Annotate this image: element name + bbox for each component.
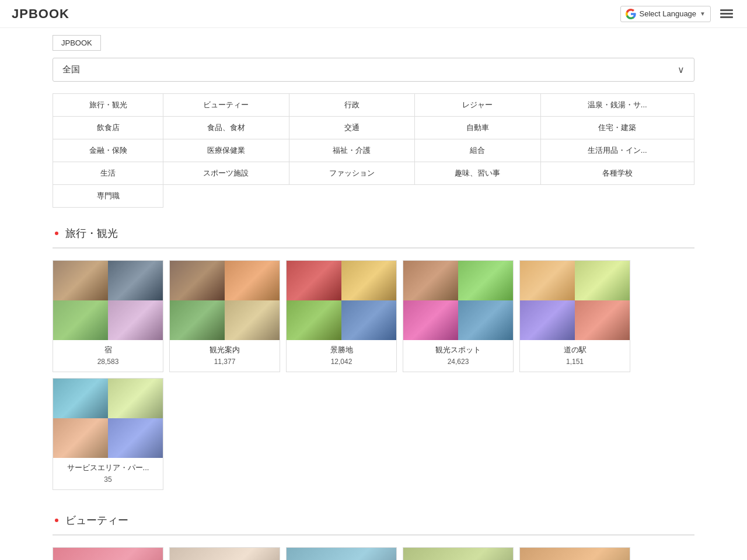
category-card[interactable]: 観光スポット24,623 — [403, 260, 514, 372]
card-thumbnail — [575, 261, 630, 300]
breadcrumb-home[interactable]: JPBOOK — [53, 35, 101, 51]
category-cell[interactable]: 生活 — [53, 162, 163, 185]
category-cell[interactable]: 旅行・観光 — [53, 94, 163, 117]
beauty-preview-card[interactable] — [403, 547, 514, 560]
card-info: 景勝地12,042 — [287, 340, 396, 372]
category-cell[interactable]: ファッション — [289, 162, 414, 185]
card-count: 1,151 — [526, 358, 624, 366]
category-cell[interactable]: ビューティー — [163, 94, 289, 117]
category-cell[interactable]: 専門職 — [53, 185, 163, 208]
card-name: 道の駅 — [526, 345, 624, 355]
list-bar-3 — [720, 16, 733, 18]
category-table: 旅行・観光ビューティー行政レジャー温泉・銭湯・サ...飲食店食品、食材交通自動車… — [53, 93, 694, 208]
beauty-preview-image — [403, 548, 513, 560]
card-name: 宿 — [59, 345, 157, 355]
category-cell[interactable]: 自動車 — [415, 117, 540, 139]
region-arrow: ∨ — [678, 64, 685, 75]
card-name: サービスエリア・パー... — [59, 463, 157, 473]
card-thumbnail — [520, 300, 575, 340]
card-image-grid — [287, 261, 396, 340]
category-cell[interactable]: スポーツ施設 — [163, 162, 289, 185]
language-selector[interactable]: Select Language ▼ — [620, 6, 711, 22]
list-view-icon[interactable] — [718, 7, 735, 20]
language-arrow: ▼ — [700, 10, 706, 17]
card-count: 24,623 — [409, 358, 507, 366]
card-name: 観光案内 — [176, 345, 274, 355]
card-thumbnail — [287, 261, 341, 300]
card-thumbnail — [458, 261, 513, 300]
card-thumbnail — [341, 300, 396, 340]
card-info: 観光スポット24,623 — [403, 340, 513, 372]
card-info: 道の駅1,151 — [520, 340, 630, 372]
category-card[interactable]: 景勝地12,042 — [286, 260, 397, 372]
card-image-grid — [170, 261, 280, 340]
category-cell[interactable]: 食品、食材 — [163, 117, 289, 139]
card-thumbnail — [225, 300, 280, 340]
main-content: JPBOOK 全国 ∨ 旅行・観光ビューティー行政レジャー温泉・銭湯・サ...飲… — [41, 28, 706, 560]
card-thumbnail — [108, 300, 163, 340]
category-card[interactable]: 道の駅1,151 — [519, 260, 630, 372]
category-cell[interactable] — [540, 185, 694, 208]
header-right: Select Language ▼ — [620, 6, 736, 22]
beauty-preview-image — [287, 548, 396, 560]
beauty-preview-image — [170, 548, 280, 560]
card-info: サービスエリア・パー...35 — [53, 458, 163, 489]
card-name: 景勝地 — [292, 345, 390, 355]
category-cell[interactable]: 福祉・介護 — [289, 139, 414, 162]
category-card[interactable]: 宿28,583 — [53, 260, 163, 372]
category-cell[interactable]: 飲食店 — [53, 117, 163, 139]
category-cell[interactable]: 行政 — [289, 94, 414, 117]
beauty-preview-card[interactable] — [286, 547, 397, 560]
category-cell[interactable]: 住宅・建築 — [540, 117, 694, 139]
card-thumbnail — [108, 418, 163, 458]
category-cell[interactable]: レジャー — [415, 94, 540, 117]
region-label: 全国 — [62, 64, 80, 75]
beauty-preview-card[interactable] — [519, 547, 630, 560]
category-cell[interactable] — [163, 185, 289, 208]
card-thumbnail — [458, 300, 513, 340]
category-cell[interactable]: 組合 — [415, 139, 540, 162]
category-cell[interactable]: 各種学校 — [540, 162, 694, 185]
card-thumbnail — [53, 300, 108, 340]
card-thumbnail — [53, 418, 108, 458]
card-image-grid — [53, 379, 163, 458]
card-thumbnail — [53, 379, 108, 418]
category-cell[interactable]: 交通 — [289, 117, 414, 139]
card-thumbnail — [225, 261, 280, 300]
beauty-preview-card[interactable] — [53, 547, 163, 560]
card-count: 28,583 — [59, 358, 157, 366]
card-image-grid — [520, 261, 630, 340]
category-cell[interactable]: 温泉・銭湯・サ... — [540, 94, 694, 117]
beauty-preview — [53, 547, 694, 560]
category-card[interactable]: 観光案内11,377 — [169, 260, 280, 372]
card-image-grid — [403, 261, 513, 340]
travel-cards-row1: 宿28,583観光案内11,377景勝地12,042観光スポット24,623道の… — [53, 260, 694, 372]
category-cell[interactable]: 趣味、習い事 — [415, 162, 540, 185]
travel-cards-row2: サービスエリア・パー...35 — [53, 378, 694, 490]
category-cell[interactable] — [415, 185, 540, 208]
category-card[interactable]: サービスエリア・パー...35 — [53, 378, 163, 490]
card-count: 12,042 — [292, 358, 390, 366]
card-thumbnail — [520, 261, 575, 300]
section-divider-travel — [53, 247, 694, 249]
site-logo[interactable]: JPBOOK — [12, 6, 69, 22]
category-cell[interactable] — [289, 185, 414, 208]
category-cell[interactable]: 医療保健業 — [163, 139, 289, 162]
card-thumbnail — [170, 300, 225, 340]
section-travel: 旅行・観光 宿28,583観光案内11,377景勝地12,042観光スポット24… — [53, 226, 694, 490]
card-image-grid — [53, 261, 163, 340]
beauty-preview-card[interactable] — [169, 547, 280, 560]
card-thumbnail — [575, 300, 630, 340]
header: JPBOOK Select Language ▼ — [0, 0, 747, 28]
region-selector[interactable]: 全国 ∨ — [53, 58, 694, 82]
section-title-beauty: ビューティー — [53, 513, 694, 527]
category-cell[interactable]: 生活用品・イン... — [540, 139, 694, 162]
card-name: 観光スポット — [409, 345, 507, 355]
google-icon — [626, 9, 636, 19]
card-info: 観光案内11,377 — [170, 340, 280, 372]
list-bar-1 — [720, 9, 733, 11]
card-thumbnail — [170, 261, 225, 300]
card-info: 宿28,583 — [53, 340, 163, 372]
section-beauty: ビューティー — [53, 513, 694, 560]
category-cell[interactable]: 金融・保険 — [53, 139, 163, 162]
